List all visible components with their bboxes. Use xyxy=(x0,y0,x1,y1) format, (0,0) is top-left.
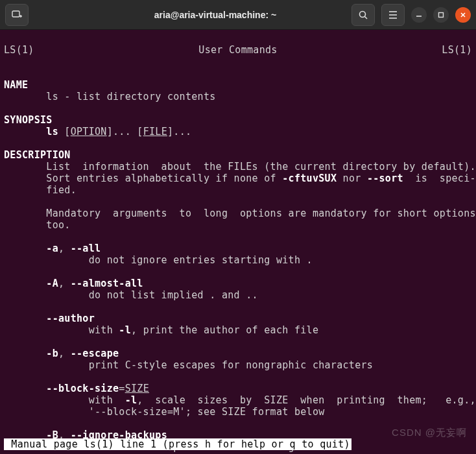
new-tab-button[interactable] xyxy=(5,4,29,26)
opt-A-long: --almost-all xyxy=(71,278,143,289)
maximize-button[interactable] xyxy=(433,7,449,23)
window-title: aria@aria-virtual-machine: ~ xyxy=(89,10,341,20)
search-icon xyxy=(359,10,368,19)
opt-author-desc2: , print the author of each file xyxy=(131,324,318,336)
opt-author-desc1: with xyxy=(89,324,119,336)
opt-b-long: --escape xyxy=(71,348,119,359)
hamburger-icon xyxy=(388,11,398,19)
minimize-icon xyxy=(416,12,422,18)
desc-line1: List information about the FILEs (the cu… xyxy=(46,161,475,173)
titlebar-left xyxy=(5,4,89,26)
section-synopsis: SYNOPSIS xyxy=(4,114,53,126)
opt-bs-l: -l xyxy=(125,394,137,406)
opt-a-long: --all xyxy=(71,243,101,254)
opt-b-short: -b xyxy=(46,348,58,359)
syn-option: OPTION xyxy=(71,126,107,137)
search-button[interactable] xyxy=(351,4,375,26)
desc-line2a: Sort entries alphabetically if none of xyxy=(46,173,282,184)
window-titlebar: aria@aria-virtual-machine: ~ xyxy=(0,0,476,30)
opt-a-desc: do not ignore entries starting with . xyxy=(89,254,313,266)
man-status-line: Manual page ls(1) line 1 (press h for he… xyxy=(4,438,351,450)
svg-rect-0 xyxy=(12,11,19,17)
watermark: CSDN @无妄啊 xyxy=(392,427,467,438)
maximize-icon xyxy=(438,12,444,18)
section-description: DESCRIPTION xyxy=(4,149,71,161)
terminal-content[interactable]: LS(1)User CommandsLS(1) NAME ls - list d… xyxy=(0,30,476,454)
name-line: ls - list directory contents xyxy=(46,91,215,102)
opt-author-l: -l xyxy=(119,324,131,336)
svg-line-4 xyxy=(365,16,368,19)
section-name: NAME xyxy=(4,79,28,91)
minimize-button[interactable] xyxy=(411,7,427,23)
svg-point-3 xyxy=(360,11,366,17)
close-button[interactable] xyxy=(455,7,471,23)
desc-line5: too. xyxy=(46,219,70,231)
syn-cmd: ls xyxy=(46,126,58,137)
opt-bs-desc1c: , scale sizes by SIZE when printing them… xyxy=(137,394,476,406)
opt-A-short: -A xyxy=(46,278,58,289)
desc-line2c: nor xyxy=(337,173,367,184)
desc-cftuvSUX: -cftuvSUX xyxy=(282,173,337,184)
close-icon xyxy=(460,12,466,18)
opt-A-desc: do not list implied . and .. xyxy=(89,289,258,301)
opt-blocksize: --block-size xyxy=(46,383,119,394)
opt-blocksize-arg: SIZE xyxy=(125,383,149,394)
man-hdr-left: LS(1) xyxy=(4,44,34,56)
titlebar-right xyxy=(341,4,471,26)
man-hdr-right: LS(1) xyxy=(442,44,472,56)
syn-file: FILE xyxy=(143,126,167,137)
man-hdr-center: User Commands xyxy=(198,44,277,56)
opt-b-desc: print C-style escapes for nongraphic cha… xyxy=(89,359,374,371)
svg-rect-9 xyxy=(439,12,444,17)
opt-bs-desc2: '--block-size=M'; see SIZE format below xyxy=(89,406,325,418)
new-tab-icon xyxy=(12,10,22,19)
menu-button[interactable] xyxy=(381,4,405,26)
opt-bs-desc1a: with xyxy=(89,394,125,406)
desc-line2e: is speci‐ xyxy=(403,173,476,184)
opt-a-short: -a xyxy=(46,243,58,254)
desc-line3: fied. xyxy=(46,184,77,196)
desc-sort: --sort xyxy=(367,173,403,184)
desc-line4: Mandatory arguments to long options are … xyxy=(46,208,475,219)
opt-author: --author xyxy=(46,313,95,324)
man-header: LS(1)User CommandsLS(1) xyxy=(4,44,472,56)
